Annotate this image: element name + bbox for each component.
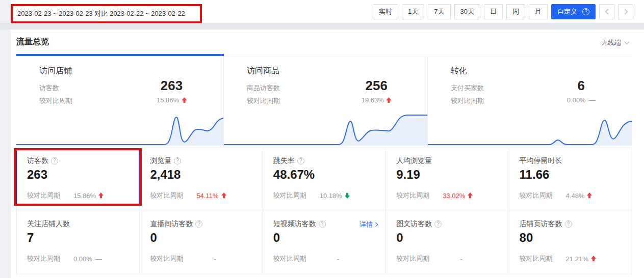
help-icon[interactable]: ? [319,220,326,228]
metric-value: 0 [150,231,157,245]
metrics-grid: 访客数? 263 较对比周期 15.86% 浏览量? 2,418 较对比周期 5… [16,148,632,274]
up-arrow-icon [468,192,473,199]
card-title: 转化 [451,66,467,76]
summary-card-shop-visits[interactable]: 访问店铺 访客数 较对比周期 263 15.86% [16,57,224,148]
date-range-text[interactable]: 2023-02-23 ~ 2023-02-23 对比 2023-02-22 ~ … [17,9,185,18]
metric-card-shop-page-visitors[interactable]: 店铺页访客数? 80 较对比周期 21.21% [509,211,632,274]
up-arrow-icon [98,192,104,199]
summary-card-conversion[interactable]: 转化 支付买家数 较对比周期 6 0.00% — [428,57,632,148]
help-icon[interactable]: ? [174,157,181,164]
help-icon[interactable]: ? [195,220,202,228]
metric-value: 263 [157,78,187,93]
compare-label: 较对比周期 [451,96,484,105]
metric-card-visitors[interactable]: 访客数? 263 较对比周期 15.86% [17,148,140,211]
background-divider [0,23,644,30]
metric-value: 11.66 [520,168,550,182]
detail-link[interactable]: 详情 [359,220,377,229]
next-button[interactable] [618,4,633,19]
chevron-left-icon [605,9,610,14]
summary-card-product-visits[interactable]: 访问商品 商品访客数 较对比周期 256 19.63% [224,57,428,148]
change-value: 0.00% [567,96,586,104]
change-value: 10.18% [320,192,342,200]
metric-card-shop-followers[interactable]: 关注店铺人数 7 较对比周期 0.00%— [17,211,140,274]
help-icon[interactable]: ? [434,220,442,228]
metric-card-image-text-visitors[interactable]: 图文访客数? 0 较对比周期 - [386,211,509,274]
up-arrow-icon [591,256,596,262]
help-icon[interactable]: ? [565,220,572,228]
change-value: 0.00% [73,255,92,263]
down-arrow-icon [345,192,350,199]
card-title: 访问商品 [247,66,279,76]
button-realtime[interactable]: 实时 [373,4,398,19]
up-arrow-icon [182,97,187,103]
button-day[interactable]: 日 [484,4,503,19]
prev-button[interactable] [599,4,614,19]
metric-card-avg-stay-duration[interactable]: 平均停留时长 11.66 较对比周期 4.48% [509,148,632,211]
metric-value: 0 [396,231,403,245]
summary-cards-row: 访问店铺 访客数 较对比周期 263 15.86% [16,56,632,148]
compare-label: 较对比周期 [247,96,280,105]
up-arrow-icon [587,192,592,199]
metric-card-short-video-visitors[interactable]: 短视频访客数? 详情 0 较对比周期 - [263,211,386,274]
metric-label: 浏览量 [150,156,171,165]
metric-card-bounce-rate[interactable]: 跳失率? 48.67% 较对比周期 10.18% [263,148,386,211]
metric-label: 人均浏览量 [396,156,432,165]
help-icon[interactable]: ? [51,157,58,164]
compare-label: 较对比周期 [39,96,72,105]
card-title: 访问店铺 [39,66,72,76]
change-value: 54.11% [196,192,218,200]
flat-indicator: — [95,255,102,263]
metric-label: 图文访客数 [396,219,432,229]
change-value: 33.02% [443,192,465,200]
help-icon: ? [582,8,589,15]
terminal-dropdown[interactable]: 无线端 [601,38,629,47]
metric-value: 80 [520,231,533,245]
metric-value: 6 [567,78,596,93]
metric-card-avg-pageviews[interactable]: 人均浏览量 9.19 较对比周期 33.02% [386,148,509,211]
compare-label: 较对比周期 [520,191,553,200]
terminal-label: 无线端 [601,38,621,47]
compare-label: 较对比周期 [396,254,429,263]
metric-card-pageviews[interactable]: 浏览量? 2,418 较对比周期 54.11% [140,148,263,211]
change-value: 19.63% [362,96,384,104]
sparkline-chart [16,113,223,146]
change-value: 15.86% [157,96,179,104]
compare-label: 较对比周期 [27,191,60,200]
compare-label: 较对比周期 [150,254,183,263]
compare-label: 较对比周期 [27,254,60,263]
compare-label: 较对比周期 [150,191,183,200]
metric-value: 48.67% [273,168,315,182]
change-value: - [460,255,462,263]
button-week[interactable]: 周 [506,4,525,19]
button-month[interactable]: 月 [529,4,548,19]
sparkline-chart [428,113,632,146]
metric-card-livestream-visitors[interactable]: 直播间访客数? 0 较对比周期 - [140,211,263,274]
metric-label: 访客数 [39,84,59,93]
metric-value: 7 [27,231,34,245]
flat-indicator: — [589,96,596,104]
change-value: 21.21% [566,255,588,263]
metric-value: 9.19 [396,168,420,182]
metric-value: 0 [273,231,280,245]
metric-label: 跳失率 [273,156,295,165]
button-1day[interactable]: 1天 [402,4,424,19]
chevron-right-icon [374,223,378,227]
time-filter-group: 实时 1天 7天 30天 日 周 月 自定义 ? [373,4,633,19]
button-30day[interactable]: 30天 [454,4,480,19]
button-custom-label: 自定义 [557,7,577,16]
compare-label: 较对比周期 [520,254,553,263]
up-arrow-icon [221,192,226,199]
detail-link-label: 详情 [359,220,373,229]
compare-label: 较对比周期 [396,191,429,200]
metric-label: 直播间访客数 [150,219,193,229]
metric-label: 平均停留时长 [520,156,562,165]
metric-label: 短视频访客数 [273,219,316,229]
date-range-annotation-box: 2023-02-23 ~ 2023-02-23 对比 2023-02-22 ~ … [11,4,202,23]
change-value: - [214,255,216,263]
dashboard-page: 实时 1天 7天 30天 日 周 月 自定义 ? 2023-02-23 ~ 20… [0,0,644,278]
metric-value: 256 [362,78,392,93]
button-7day[interactable]: 7天 [428,4,450,19]
button-custom[interactable]: 自定义 ? [551,4,596,19]
sparkline-chart [224,113,427,146]
help-icon[interactable]: ? [297,157,304,164]
